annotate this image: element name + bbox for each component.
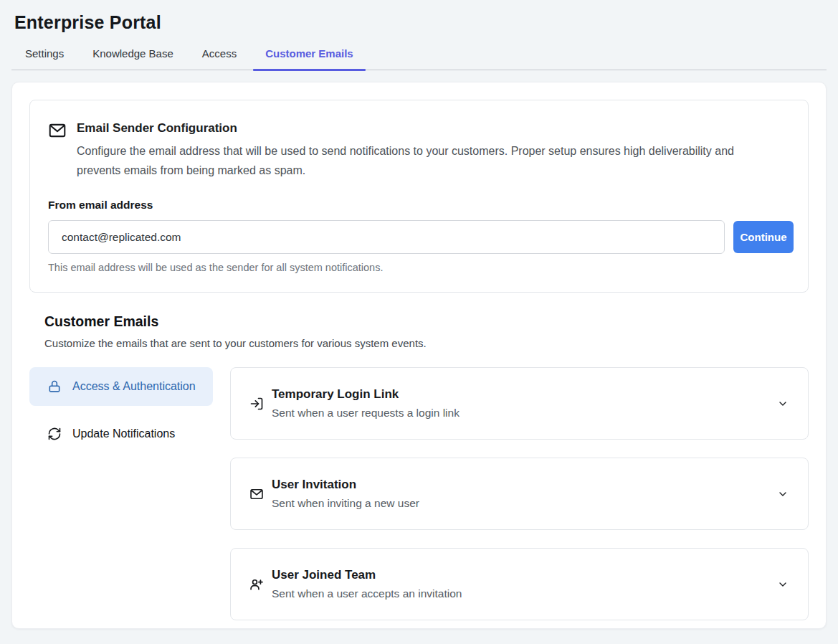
user-plus-icon xyxy=(249,577,264,592)
accordion-title: User Joined Team xyxy=(272,566,777,584)
category-label: Access & Authentication xyxy=(72,378,196,395)
accordion-description: Sent when a user accepts an invitation xyxy=(272,584,777,603)
accordion-text: Temporary Login Link Sent when a user re… xyxy=(272,385,777,422)
category-update-notifications[interactable]: Update Notifications xyxy=(29,415,213,453)
email-input-row: Continue xyxy=(48,220,794,254)
sender-form: From email address Continue This email a… xyxy=(48,199,794,273)
config-card-text: Email Sender Configuration Configure the… xyxy=(77,120,779,180)
email-template-list: Temporary Login Link Sent when a user re… xyxy=(230,367,809,620)
login-icon xyxy=(249,397,264,411)
tab-bar: Settings Knowledge Base Access Customer … xyxy=(11,41,827,70)
tab-knowledge-base[interactable]: Knowledge Base xyxy=(80,41,186,70)
continue-button[interactable]: Continue xyxy=(733,221,794,253)
category-access-authentication[interactable]: Access & Authentication xyxy=(29,367,213,406)
accordion-description: Sent when inviting a new user xyxy=(272,494,777,513)
accordion-description: Sent when a user requests a login link xyxy=(272,404,777,422)
tab-settings[interactable]: Settings xyxy=(13,41,76,70)
accordion-temporary-login-link[interactable]: Temporary Login Link Sent when a user re… xyxy=(230,367,809,440)
email-sender-configuration-card: Email Sender Configuration Configure the… xyxy=(29,100,809,293)
chevron-down-icon[interactable] xyxy=(777,488,789,500)
main-panel: Email Sender Configuration Configure the… xyxy=(11,82,827,629)
from-email-input[interactable] xyxy=(48,220,725,254)
enterprise-portal-page: Enterprise Portal Settings Knowledge Bas… xyxy=(0,0,838,644)
config-card-title: Email Sender Configuration xyxy=(77,120,779,137)
config-card-header: Email Sender Configuration Configure the… xyxy=(48,120,794,180)
email-helper-text: This email address will be used as the s… xyxy=(48,262,794,273)
category-label: Update Notifications xyxy=(72,425,175,442)
refresh-icon xyxy=(47,427,62,441)
lock-icon xyxy=(47,379,62,394)
chevron-down-icon[interactable] xyxy=(777,579,789,590)
page-title: Enterprise Portal xyxy=(0,0,838,33)
accordion-user-joined-team[interactable]: User Joined Team Sent when a user accept… xyxy=(230,548,809,620)
customer-emails-layout: Access & Authentication Update Notificat… xyxy=(29,367,809,620)
accordion-title: Temporary Login Link xyxy=(272,385,777,404)
accordion-user-invitation[interactable]: User Invitation Sent when inviting a new… xyxy=(230,458,809,530)
customer-emails-title: Customer Emails xyxy=(44,313,809,330)
tab-customer-emails[interactable]: Customer Emails xyxy=(253,41,366,70)
chevron-down-icon[interactable] xyxy=(777,398,789,409)
customer-emails-subtitle: Customize the emails that are sent to yo… xyxy=(44,337,809,349)
tab-access[interactable]: Access xyxy=(190,41,249,70)
from-email-label: From email address xyxy=(48,199,794,212)
mail-icon xyxy=(249,487,264,501)
config-card-description: Configure the email address that will be… xyxy=(77,141,779,180)
email-category-nav: Access & Authentication Update Notificat… xyxy=(29,367,213,453)
accordion-title: User Invitation xyxy=(272,475,777,494)
mail-icon xyxy=(48,120,67,180)
accordion-text: User Invitation Sent when inviting a new… xyxy=(272,475,777,513)
accordion-text: User Joined Team Sent when a user accept… xyxy=(272,566,777,603)
